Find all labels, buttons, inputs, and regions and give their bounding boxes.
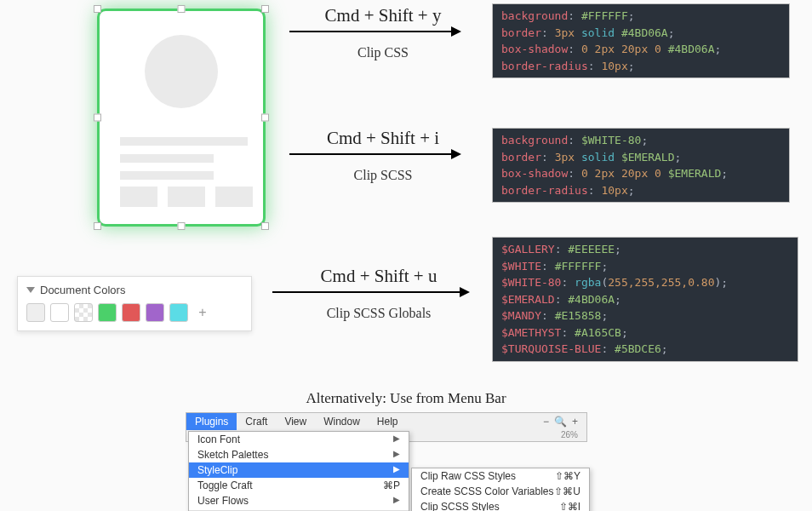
shortcut-clip-css: Cmd + Shift + y Clip CSS (289, 5, 477, 60)
arrow-icon (289, 31, 460, 32)
menu-shortcut: ⇧⌘I (559, 501, 580, 511)
add-swatch-button[interactable]: + (193, 303, 212, 322)
var: $MANDY (501, 309, 541, 322)
swatch[interactable] (169, 303, 188, 322)
zoom-out-button[interactable]: − (543, 416, 549, 428)
swatch-transparent-icon[interactable] (74, 303, 93, 322)
prop: border-radius (501, 60, 588, 72)
card-body (97, 9, 266, 227)
kbd-shortcut: Cmd + Shift + y (289, 5, 477, 26)
submenu-item-create-scss-vars[interactable]: Create SCSS Color Variables⇧⌘U (412, 484, 589, 499)
resize-handle[interactable] (94, 222, 101, 230)
menu-label: Create SCSS Color Variables (420, 485, 554, 497)
pill (215, 187, 253, 207)
num: 3px (555, 26, 575, 39)
resize-handle[interactable] (178, 5, 186, 13)
val: #4BD06A (668, 43, 715, 55)
submenu-arrow-icon: ▶ (393, 449, 400, 461)
swatch[interactable] (122, 303, 140, 322)
resize-handle[interactable] (261, 222, 269, 230)
plugins-dropdown: Icon Font▶ Sketch Palettes▶ StyleClip▶ T… (188, 431, 409, 511)
resize-handle[interactable] (94, 114, 101, 122)
menu-item[interactable]: User Flows▶ (189, 493, 409, 508)
menu-label: Toggle Craft (197, 479, 253, 491)
code-scss-output: background: $WHITE-80; border: 3px solid… (492, 128, 790, 203)
panel-header[interactable]: Document Colors (18, 277, 251, 303)
submenu-arrow-icon: ▶ (393, 495, 400, 507)
prop: box-shadow (501, 167, 568, 180)
val: #FFFFFF (581, 9, 628, 22)
menubar-row: Plugins Craft View Window Help − 🔍 + (186, 413, 586, 430)
menu-plugins[interactable]: Plugins (186, 413, 237, 430)
menu-label: Sketch Palettes (197, 449, 268, 461)
document-colors-panel: Document Colors + (17, 276, 252, 331)
kw: solid (581, 26, 615, 39)
menubar: Plugins Craft View Window Help − 🔍 + 26%… (186, 412, 587, 442)
var: $GALLERY (501, 243, 555, 256)
num: 255,255,255, (608, 276, 688, 289)
prop: border-radius (501, 184, 588, 197)
var: $EMERALD (501, 293, 555, 306)
text-line (120, 171, 214, 180)
resize-handle[interactable] (261, 114, 269, 122)
menu-shortcut: ⇧⌘U (554, 485, 580, 497)
shortcut-desc: Clip SCSS Globals (272, 306, 485, 321)
shortcut-clip-scss: Cmd + Shift + i Clip SCSS (289, 128, 477, 183)
num: 20px (621, 43, 648, 55)
menu-view[interactable]: View (276, 413, 315, 430)
menu-label: StyleClip (197, 464, 237, 476)
menu-label: Icon Font (197, 433, 240, 445)
shortcut-desc: Clip SCSS (289, 168, 477, 183)
menu-item-styleclip[interactable]: StyleClip▶ (189, 462, 409, 478)
pill (120, 187, 157, 207)
swatch[interactable] (26, 303, 45, 322)
num: 10px (601, 60, 627, 72)
resize-handle[interactable] (94, 5, 101, 13)
prop: box-shadow (501, 43, 568, 55)
kbd-shortcut: Cmd + Shift + u (272, 266, 485, 287)
menu-window[interactable]: Window (315, 413, 369, 430)
menu-help[interactable]: Help (369, 413, 407, 430)
val: $WHITE-80 (581, 134, 641, 146)
menu-item[interactable]: Toggle Craft⌘P (189, 478, 409, 493)
submenu-item-clip-scss[interactable]: Clip SCSS Styles⇧⌘I (412, 499, 589, 511)
prop: border (501, 151, 541, 164)
menu-label: Clip Raw CSS Styles (420, 470, 516, 482)
resize-handle[interactable] (261, 5, 269, 13)
val: #4BD06A (621, 26, 668, 39)
swatch[interactable] (146, 303, 164, 322)
menu-item[interactable]: Icon Font▶ (189, 432, 409, 447)
shortcut-clip-globals: Cmd + Shift + u Clip SCSS Globals (272, 266, 485, 321)
val: #FFFFFF (555, 260, 602, 273)
val: #4BD06A (568, 293, 615, 306)
menu-shortcut: ⌘P (383, 479, 400, 491)
swatch[interactable] (50, 303, 69, 322)
kbd-shortcut: Cmd + Shift + i (289, 128, 477, 149)
menu-craft[interactable]: Craft (237, 413, 276, 430)
var: $WHITE (501, 260, 541, 273)
num: 2px (595, 43, 615, 55)
arrow-icon (272, 291, 468, 293)
zoom-controls: − 🔍 + (535, 413, 586, 430)
zoom-in-button[interactable]: + (572, 416, 578, 428)
val: #5BDCE6 (615, 342, 661, 355)
text-line (120, 154, 214, 163)
num: 0 (655, 43, 661, 55)
num: 0 (581, 43, 588, 55)
val: #E15858 (555, 309, 602, 322)
menu-label: Clip SCSS Styles (420, 501, 500, 511)
text-line (120, 137, 248, 146)
panel-title: Document Colors (40, 284, 125, 296)
shortcut-desc: Clip CSS (289, 45, 477, 60)
swatch-row: + (18, 303, 251, 330)
var: $AMETHYST (501, 326, 561, 339)
pill (168, 187, 205, 207)
resize-handle[interactable] (178, 222, 186, 230)
submenu-item-clip-raw-css[interactable]: Clip Raw CSS Styles⇧⌘Y (412, 468, 589, 484)
num: 0.80 (688, 276, 714, 289)
menu-item[interactable]: Sketch Palettes▶ (189, 447, 409, 462)
val: #A165CB (575, 326, 621, 339)
code-css-output: background: #FFFFFF; border: 3px solid #… (492, 3, 790, 78)
num: 0 (655, 167, 661, 180)
swatch[interactable] (98, 303, 117, 322)
